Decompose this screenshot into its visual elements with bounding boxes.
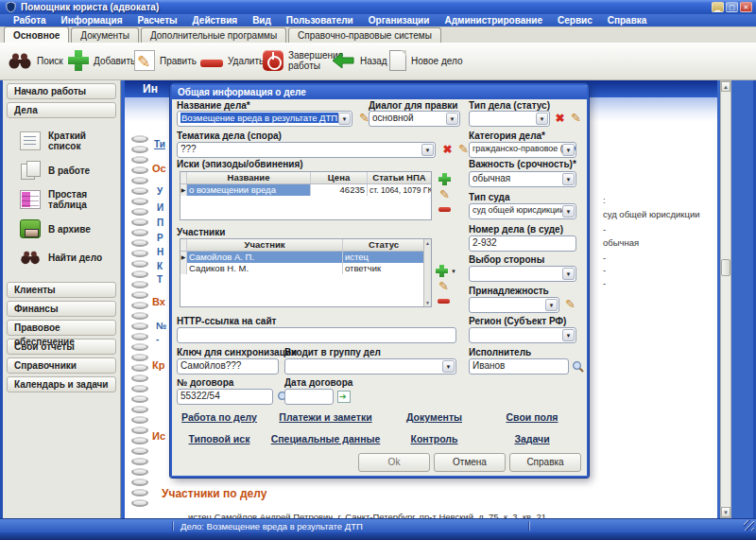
court-type-select[interactable]: суд общей юрисдикции ▼ xyxy=(469,203,576,219)
executor-input[interactable]: Иванов xyxy=(469,358,569,375)
case-type-select[interactable]: ▼ xyxy=(469,111,550,127)
table-scrollbar[interactable]: ▲▼ xyxy=(423,239,431,306)
edit-icon[interactable]: ✎ xyxy=(438,188,452,202)
delete-button[interactable]: Удалить xyxy=(200,46,264,75)
http-link-input[interactable] xyxy=(177,327,456,343)
region-select[interactable]: ▼ xyxy=(469,327,576,343)
chevron-down-icon[interactable]: ▼ xyxy=(562,268,575,280)
case-number-input[interactable]: 2-932 xyxy=(469,235,576,252)
menu-raschety[interactable]: Расчеты xyxy=(130,15,185,26)
delete-icon[interactable] xyxy=(438,207,451,212)
sidebar-section-nachalo-raboty[interactable]: Начало работы xyxy=(7,83,116,99)
cancel-button[interactable]: Отмена xyxy=(434,453,506,472)
link-specialnye-dannye[interactable]: Специальные данные xyxy=(266,433,385,444)
menu-polzovateli[interactable]: Пользователи xyxy=(279,15,361,26)
sync-key-input[interactable]: Самойлов??? xyxy=(177,358,279,375)
menu-administrirovanie[interactable]: Администрирование xyxy=(437,15,550,26)
lookup-icon[interactable] xyxy=(572,360,584,373)
scroll-down-icon[interactable]: ▼ xyxy=(721,507,730,517)
help-button[interactable]: Справка xyxy=(509,453,581,472)
minimize-button[interactable]: ▁ xyxy=(712,2,724,12)
menu-informaciya[interactable]: Информация xyxy=(54,15,130,26)
case-theme-select[interactable]: ??? ▼ xyxy=(177,142,436,158)
chevron-down-icon[interactable]: ▼ xyxy=(545,299,558,311)
sidebar-section-kalendar[interactable]: Календарь и задачи xyxy=(7,376,116,392)
menu-deystviya[interactable]: Действия xyxy=(185,15,246,26)
link-rabota-po-delu[interactable]: Работа по делу xyxy=(172,411,266,423)
edit-icon[interactable]: ✎ xyxy=(563,298,577,312)
edit-dialog-select[interactable]: основной ▼ xyxy=(369,111,460,127)
chevron-down-icon[interactable]: ▼ xyxy=(562,329,575,341)
edit-button[interactable]: Править xyxy=(134,46,197,75)
new-case-button[interactable]: Новое дело xyxy=(389,46,462,75)
link-tipovoy-isk[interactable]: Типовой иск xyxy=(172,433,266,444)
tab-dop-programmy[interactable]: Дополнительные программы xyxy=(141,27,286,43)
chevron-down-icon[interactable]: ▼ xyxy=(442,360,455,373)
chevron-down-icon[interactable]: ▼ xyxy=(562,205,575,218)
case-group-select[interactable]: ▼ xyxy=(284,358,456,375)
tab-osnovnoe[interactable]: Основное xyxy=(4,26,69,43)
sidebar-item-prostaya-tablica[interactable]: Простая таблица xyxy=(3,184,120,215)
sidebar-item-kratkiy-spisok[interactable]: Краткий список xyxy=(3,126,120,156)
sidebar-section-spravochniki[interactable]: Справочники xyxy=(7,357,116,374)
chevron-down-icon[interactable]: ▼ xyxy=(421,144,434,156)
sidebar-item-v-arhive[interactable]: В архиве xyxy=(3,215,120,243)
sidebar-section-finansy[interactable]: Финансы xyxy=(7,301,116,317)
link-platezhi-i-zametki[interactable]: Платежи и заметки xyxy=(266,411,385,423)
close-button[interactable]: ✕ xyxy=(740,2,752,12)
case-category-select[interactable]: гражданско-правовое (СОЮ) ▼ xyxy=(469,142,576,158)
delete-icon[interactable] xyxy=(438,299,450,304)
sidebar-item-v-rabote[interactable]: В работе xyxy=(3,156,120,184)
edit-icon[interactable]: ✎ xyxy=(569,112,583,126)
clear-icon[interactable]: ✖ xyxy=(440,143,455,157)
scroll-thumb[interactable] xyxy=(721,259,730,276)
scroll-up-icon[interactable]: ▲ xyxy=(425,240,430,246)
tab-dokumenty[interactable]: Документы xyxy=(71,27,139,43)
search-button[interactable]: Поиск xyxy=(8,46,63,75)
link-zadachi[interactable]: Задачи xyxy=(486,433,578,444)
resize-grip[interactable] xyxy=(744,520,754,531)
menu-organizacii[interactable]: Организации xyxy=(361,15,438,26)
chevron-down-icon[interactable]: ▼ xyxy=(562,173,575,185)
ok-button[interactable]: Ok xyxy=(358,453,430,472)
scroll-up-icon[interactable]: ▲ xyxy=(721,81,730,92)
menu-vid[interactable]: Вид xyxy=(245,15,279,26)
table-row[interactable]: ▶ Самойлов А. П. истец xyxy=(180,252,431,263)
scroll-down-icon[interactable]: ▼ xyxy=(425,300,430,305)
contract-number-input[interactable]: 55322/54 xyxy=(177,389,273,405)
chevron-down-icon[interactable]: ▼ xyxy=(338,113,351,125)
table-row[interactable]: ▶ о возмещении вреда 46235 ст. 1064, 107… xyxy=(180,184,431,196)
chevron-down-icon[interactable]: ▼ xyxy=(446,113,458,125)
chevron-down-icon[interactable]: ▼ xyxy=(562,144,575,156)
link-kontrol[interactable]: Контроль xyxy=(385,433,484,444)
importance-select[interactable]: обычная ▼ xyxy=(469,171,576,187)
menu-spravka[interactable]: Справка xyxy=(600,15,655,26)
menu-servis[interactable]: Сервис xyxy=(550,15,600,26)
content-scrollbar[interactable]: ▲ ▼ xyxy=(720,80,731,518)
table-row[interactable]: Садиков Н. М. ответчик xyxy=(180,263,431,274)
tab-sps[interactable]: Справочно-правовые системы xyxy=(288,27,441,43)
sidebar-item-nayti-delo[interactable]: Найти дело xyxy=(3,243,120,271)
maximize-button[interactable]: ▢ xyxy=(726,2,738,12)
link-dokumenty[interactable]: Документы xyxy=(385,411,484,423)
chevron-down-icon[interactable]: ▼ xyxy=(451,269,456,274)
case-name-select[interactable]: Возмещение вреда в результате ДТП ▼ xyxy=(177,111,352,127)
link-svoi-polya[interactable]: Свои поля xyxy=(486,411,578,423)
calendar-icon[interactable] xyxy=(337,391,351,403)
affiliation-select[interactable]: ▼ xyxy=(469,297,559,313)
claims-table[interactable]: Название Цена Статьи НПА ▶ о возмещении … xyxy=(180,171,432,220)
clear-icon[interactable]: ✖ xyxy=(553,112,567,126)
add-icon[interactable] xyxy=(436,265,448,277)
add-button[interactable]: Добавить xyxy=(68,46,135,75)
sidebar-section-pravovoe[interactable]: Правовое обеспечение xyxy=(7,320,116,336)
sidebar-section-dela[interactable]: Дела xyxy=(7,102,116,118)
dialog-title-bar[interactable]: Общая информация о деле xyxy=(172,85,587,99)
participants-table[interactable]: Участник Статус ▶ Самойлов А. П. истец С… xyxy=(180,238,432,307)
add-icon[interactable] xyxy=(438,173,451,185)
sidebar-section-svoi-otchety[interactable]: Свои отчеты xyxy=(7,339,116,355)
back-button[interactable]: Назад xyxy=(331,46,387,75)
chevron-down-icon[interactable]: ▼ xyxy=(536,113,548,125)
side-choice-select[interactable]: ▼ xyxy=(469,266,576,282)
contract-date-input[interactable] xyxy=(284,389,334,405)
sidebar-section-klienty[interactable]: Клиенты xyxy=(7,282,116,298)
